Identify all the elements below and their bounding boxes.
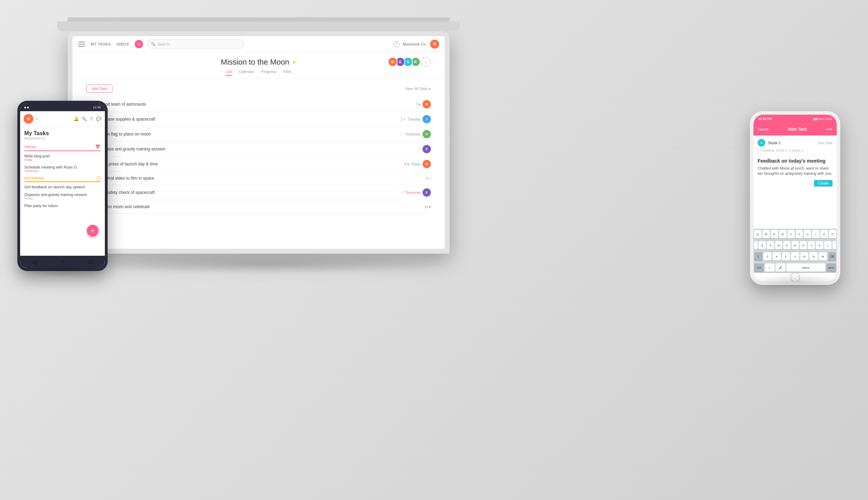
task-likes-0[interactable]: 7 ♥ (416, 103, 421, 106)
create-button[interactable]: Create (814, 180, 833, 187)
task-row-1[interactable]: ✓Purchase supplies & spacecraft2 ♥Tuesda… (86, 112, 431, 127)
tab-progress[interactable]: Progress (261, 69, 276, 76)
key-n[interactable]: N (809, 252, 818, 261)
scene: MY TASKS INBOX + 🔍 Search ? Moonrock Co.… (0, 0, 868, 500)
user-avatar: M (430, 40, 439, 49)
task-likes-4[interactable]: 6 ♥ (404, 162, 409, 166)
key-r[interactable]: R (779, 230, 786, 238)
more-options-button[interactable]: ••• (826, 126, 833, 132)
key-return[interactable]: return (826, 263, 836, 272)
android-list-icon[interactable]: ☰ (90, 116, 93, 121)
task-heart-3[interactable]: ♥ (418, 147, 420, 151)
calendar-icon[interactable]: 📅 (95, 145, 101, 149)
key-e[interactable]: E (771, 230, 778, 238)
add-member-button[interactable]: + (421, 57, 431, 67)
key-emoji[interactable]: ☺ (765, 263, 775, 272)
app-topbar: MY TASKS INBOX + 🔍 Search ? Moonrock Co.… (73, 36, 445, 52)
android-chat-icon[interactable]: 💬 (96, 116, 101, 121)
key-o[interactable]: O (820, 230, 828, 238)
android-phone: 12:30 M ▾ 🔔 🔍 ☰ 💬 My Tasks Moon (17, 101, 108, 271)
task-name-4: Notify press of launch day & time (97, 162, 401, 166)
key-k[interactable]: K (816, 241, 823, 249)
android-fab[interactable]: + (87, 225, 99, 237)
android-user-avatar[interactable]: M (24, 114, 33, 124)
kb-row-3: ⇧ Z X C V B N M ⌫ (753, 251, 837, 262)
task-row-6[interactable]: ✓Run Safety check of spacecraft♥Tomorrow… (86, 185, 431, 200)
key-a[interactable]: A (759, 241, 766, 249)
key-q[interactable]: Q (754, 230, 761, 238)
task-likes-5[interactable]: 2 ♥ (426, 177, 431, 180)
task-avatar-3: E (423, 145, 431, 153)
add-button[interactable]: + (135, 40, 143, 48)
android-task-feedback[interactable]: Get feedback on launch day speech (24, 185, 101, 189)
recents-button[interactable]: □ (89, 259, 93, 265)
key-v[interactable]: V (791, 252, 799, 261)
note-text[interactable]: Chatted with Maria at lunch, want to sha… (758, 166, 833, 177)
key-shift[interactable]: ⇧ (754, 252, 762, 261)
task-name-0: Recruit team of astronauts (97, 102, 412, 107)
kb-row-4: 123 ☺ 🎤 space return (753, 262, 837, 273)
key-backspace[interactable]: ⌫ (828, 252, 836, 261)
key-c[interactable]: C (782, 252, 790, 261)
tab-calendar[interactable]: Calendar (239, 69, 254, 76)
task-row-4[interactable]: ✓Notify press of launch day & time6 ♥Tod… (86, 157, 431, 172)
back-button[interactable]: ◁ (32, 259, 36, 265)
key-j[interactable]: J (808, 241, 815, 249)
key-d[interactable]: D (775, 241, 782, 249)
key-b[interactable]: B (800, 252, 809, 261)
key-x[interactable]: X (773, 252, 781, 261)
tab-files[interactable]: Files (283, 69, 291, 76)
laptop-base (57, 22, 460, 31)
task-area: Add Task View: All Tasks ▾ ✓Recruit team… (73, 79, 445, 249)
view-all-button[interactable]: View: All Tasks ▾ (405, 87, 431, 91)
android-task-schedule-meeting[interactable]: Schedule meeting with Ryan O. Tomorrow (24, 165, 101, 173)
task-likes-7[interactable]: 10 ♥ (424, 205, 431, 209)
key-z[interactable]: Z (763, 252, 772, 261)
task-heart-2[interactable]: ♥ (401, 132, 403, 136)
task-date-1: Tuesday (407, 117, 420, 121)
key-f[interactable]: F (783, 241, 791, 249)
android-task-write-blog[interactable]: Write blog post Today (24, 154, 101, 162)
android-task-name-antigravity: Organize anti-gravity training session (24, 192, 101, 197)
help-button[interactable]: ? (393, 41, 400, 47)
assigned-label[interactable]: Skylar J. (768, 141, 781, 145)
tab-list[interactable]: List (226, 69, 232, 76)
cancel-button[interactable]: Cancel (758, 128, 768, 131)
task-row-5[interactable]: ✓Plan viral video to film in space2 ♥ (86, 172, 431, 185)
task-heart-6[interactable]: ♥ (401, 191, 403, 195)
project-star-icon[interactable]: ★ (292, 59, 297, 65)
key-s[interactable]: S (767, 241, 774, 249)
iphone-outer: 12:30 PM ▮▮▮ WiFi 100% Cancel New Task •… (750, 111, 840, 285)
task-likes-1[interactable]: 2 ♥ (401, 117, 406, 121)
key-h[interactable]: H (800, 241, 807, 249)
key-i[interactable]: I (812, 230, 819, 238)
key-mic[interactable]: 🎤 (776, 263, 785, 272)
key-l[interactable]: L (824, 241, 832, 249)
task-row-0[interactable]: ✓Recruit team of astronauts7 ♥M (86, 97, 431, 112)
inbox-nav[interactable]: INBOX (116, 42, 129, 46)
android-task-antigravity[interactable]: Organize anti-gravity training session F… (24, 192, 101, 200)
key-y[interactable]: Y (796, 230, 803, 238)
key-space[interactable]: space (786, 263, 825, 272)
due-date-label[interactable]: Due Date (818, 141, 833, 145)
task-row-2[interactable]: ✓Design flag to place on moon♥YesterdayK (86, 127, 431, 142)
key-g[interactable]: G (792, 241, 799, 249)
notification-icon[interactable]: 🔔 (74, 116, 79, 121)
key-p[interactable]: P (829, 230, 836, 238)
android-task-date-schedule: Tomorrow (24, 169, 101, 173)
key-u[interactable]: U (804, 230, 811, 238)
key-m[interactable]: M (819, 252, 827, 261)
android-task-party[interactable]: Plan party for return (24, 204, 101, 208)
task-avatar-0: M (423, 100, 431, 108)
key-123[interactable]: 123 (754, 263, 764, 272)
my-tasks-nav[interactable]: MY TASKS (91, 42, 111, 46)
add-task-button[interactable]: Add Task (86, 84, 112, 93)
key-w[interactable]: W (762, 230, 770, 238)
android-search-icon[interactable]: 🔍 (82, 116, 87, 121)
task-row-7[interactable]: Land on moon and celebrate10 ♥ (86, 200, 431, 214)
key-t[interactable]: T (787, 230, 795, 238)
android-screen: 12:30 M ▾ 🔔 🔍 ☰ 💬 My Tasks Moon (20, 104, 105, 268)
task-row-3[interactable]: ✓Organize anti-gravity training session♥… (86, 142, 431, 157)
menu-icon[interactable] (78, 42, 85, 47)
search-bar[interactable]: 🔍 Search (147, 39, 244, 49)
